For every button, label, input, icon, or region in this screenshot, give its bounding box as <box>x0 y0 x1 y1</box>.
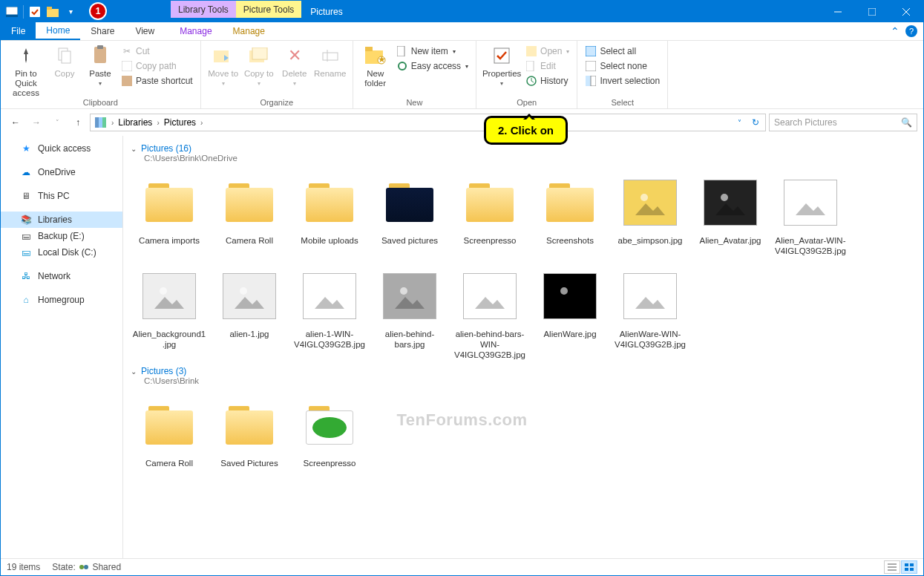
content-pane[interactable]: ⌄Pictures (16)C:\Users\Brink\OneDriveCam… <box>123 136 923 558</box>
file-item[interactable]: Screenshots <box>531 170 609 259</box>
file-item[interactable]: Camera Roll <box>211 170 288 259</box>
tab-view[interactable]: View <box>125 22 165 40</box>
breadcrumb-libraries[interactable]: Libraries <box>115 117 155 128</box>
file-item[interactable]: abe_simpson.jpg <box>612 170 689 259</box>
tab-manage-picture[interactable]: Manage <box>223 22 275 40</box>
image-thumbnail <box>620 266 680 326</box>
contextual-tab-library[interactable]: Library Tools <box>171 1 236 18</box>
recent-locations-button[interactable]: ˅ <box>48 114 66 131</box>
sidebar-item-backup-e-[interactable]: 🖴Backup (E:) <box>1 228 122 244</box>
section-header[interactable]: ⌄Pictures (16) <box>131 143 916 154</box>
section-path[interactable]: C:\Users\Brink <box>144 376 916 385</box>
svg-rect-4 <box>47 7 52 10</box>
file-item[interactable]: alien-1-WIN-V4IGLQ39G2B.jpg <box>291 264 368 363</box>
details-view-button[interactable] <box>884 560 900 574</box>
svg-rect-13 <box>122 61 132 71</box>
sidebar-item-libraries[interactable]: 📚Libraries <box>1 212 122 228</box>
easy-access-button[interactable]: Easy access▾ <box>393 59 471 73</box>
file-name: Screenpresso <box>464 235 517 246</box>
file-item[interactable]: Alien_background1.jpg <box>131 264 208 363</box>
edit-button[interactable]: Edit <box>522 59 572 73</box>
up-button[interactable]: ↑ <box>69 114 87 131</box>
search-box[interactable]: Search Pictures 🔍 <box>769 114 917 131</box>
file-item[interactable]: alien-behind-bars-WIN-V4IGLQ39G2B.jpg <box>451 264 528 363</box>
tab-file[interactable]: File <box>1 22 36 40</box>
move-to-button[interactable]: Move to▾ <box>206 42 241 87</box>
sidebar-item-quick-access[interactable]: ★Quick access <box>1 140 122 157</box>
cloud-icon: ☁ <box>20 166 32 178</box>
tab-manage-library[interactable]: Manage <box>169 22 222 40</box>
pin-to-quickaccess-button[interactable]: Pin to Quick access <box>5 42 47 98</box>
file-item[interactable]: Alien_Avatar-WIN-V4IGLQ39G2B.jpg <box>772 170 849 259</box>
sidebar-item-network[interactable]: 🖧Network <box>1 268 122 284</box>
file-item[interactable]: Camera Roll <box>131 393 208 471</box>
file-item[interactable]: Alien_Avatar.jpg <box>692 170 769 259</box>
ribbon-group-select: Select all Select none Invert selection … <box>577 41 668 108</box>
pc-icon: 🖥 <box>20 190 32 202</box>
thumbnails-view-button[interactable] <box>901 560 917 574</box>
sidebar-item-homegroup[interactable]: ⌂Homegroup <box>1 292 122 308</box>
address-bar[interactable]: › Libraries › Pictures › ˅ ↻ <box>90 114 766 131</box>
file-item[interactable]: Saved pictures <box>371 170 448 259</box>
sidebar-item-onedrive[interactable]: ☁OneDrive <box>1 164 122 180</box>
sidebar-item-this-pc[interactable]: 🖥This PC <box>1 188 122 204</box>
qat-customize-icon[interactable]: ▾ <box>62 4 79 20</box>
copy-path-button[interactable]: Copy path <box>118 59 196 73</box>
sidebar-item-local-disk-c-[interactable]: 🖴Local Disk (C:) <box>1 244 122 261</box>
close-button[interactable] <box>889 1 923 22</box>
invert-selection-button[interactable]: Invert selection <box>582 73 663 88</box>
file-name: Screenpresso <box>304 458 356 468</box>
contextual-tab-picture[interactable]: Picture Tools <box>236 1 301 18</box>
minimize-button[interactable] <box>821 1 855 22</box>
file-item[interactable]: Screenpresso <box>291 393 368 471</box>
file-item[interactable]: Camera imports <box>131 170 208 259</box>
image-thumbnail <box>140 266 199 326</box>
select-none-button[interactable]: Select none <box>582 59 663 73</box>
svg-text:★: ★ <box>377 54 385 65</box>
svg-rect-64 <box>905 568 908 571</box>
section-path[interactable]: C:\Users\Brink\OneDrive <box>144 154 916 163</box>
forward-button[interactable]: → <box>27 114 45 131</box>
rename-button[interactable]: Rename <box>312 42 348 79</box>
file-item[interactable]: AlienWare.jpg <box>531 264 609 363</box>
section-header[interactable]: ⌄Pictures (3) <box>131 366 916 376</box>
new-item-button[interactable]: New item▾ <box>393 44 471 59</box>
cut-button[interactable]: ✂Cut <box>118 44 196 59</box>
svg-rect-34 <box>95 117 99 128</box>
qat-newfolder-icon[interactable] <box>45 4 61 20</box>
file-item[interactable]: Mobile uploads <box>291 170 368 259</box>
breadcrumb-pictures[interactable]: Pictures <box>161 117 199 128</box>
file-item[interactable]: alien-1.jpg <box>211 264 288 363</box>
delete-button[interactable]: ✕Delete▾ <box>277 42 312 87</box>
maximize-button[interactable] <box>855 1 889 22</box>
qat-properties-icon[interactable] <box>27 4 43 20</box>
file-item[interactable]: alien-behind-bars.jpg <box>371 264 448 363</box>
refresh-button[interactable]: ↻ <box>747 114 764 131</box>
qat-explorer-icon[interactable] <box>4 4 20 20</box>
svg-rect-30 <box>586 46 596 56</box>
item-count: 19 items <box>7 562 40 572</box>
ribbon-collapse-icon[interactable]: ⌃ <box>891 25 900 37</box>
svg-rect-21 <box>365 47 373 51</box>
open-button[interactable]: Open▾ <box>522 44 572 59</box>
svg-point-48 <box>320 287 327 295</box>
properties-button[interactable]: Properties▾ <box>481 42 522 87</box>
copy-to-button[interactable]: Copy to▾ <box>241 42 277 87</box>
history-button[interactable]: History <box>522 73 572 88</box>
new-folder-button[interactable]: ★New folder <box>358 42 393 88</box>
svg-rect-14 <box>122 76 132 86</box>
select-all-button[interactable]: Select all <box>582 44 663 59</box>
tab-home[interactable]: Home <box>36 22 80 40</box>
tab-share[interactable]: Share <box>80 22 125 40</box>
paste-shortcut-button[interactable]: Paste shortcut <box>118 73 196 88</box>
file-item[interactable]: Screenpresso <box>451 170 528 259</box>
svg-rect-62 <box>905 563 908 566</box>
address-dropdown-button[interactable]: ˅ <box>731 114 747 131</box>
file-name: AlienWare-WIN-V4IGLQ39G2B.jpg <box>613 329 687 350</box>
file-item[interactable]: Saved Pictures <box>211 393 288 471</box>
paste-button[interactable]: Paste▾ <box>82 42 118 87</box>
file-item[interactable]: AlienWare-WIN-V4IGLQ39G2B.jpg <box>612 264 689 363</box>
copy-button[interactable]: Copy <box>47 42 82 79</box>
back-button[interactable]: ← <box>7 114 24 131</box>
help-icon[interactable]: ? <box>905 25 917 37</box>
